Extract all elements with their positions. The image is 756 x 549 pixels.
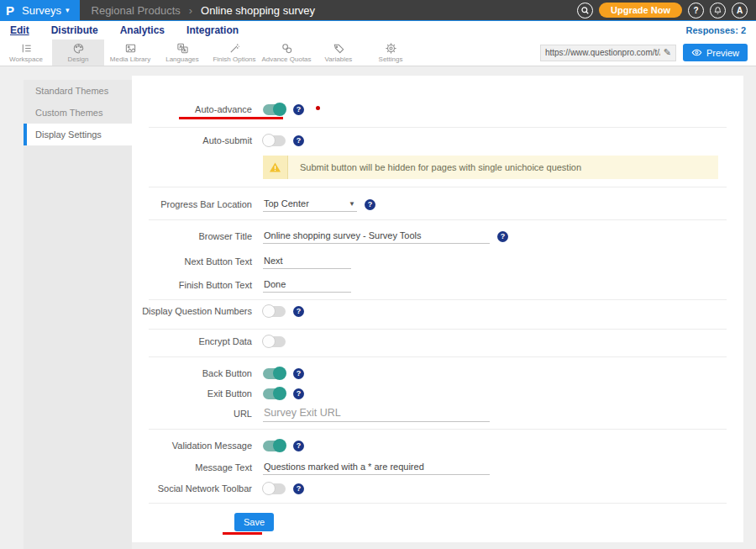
toolbar-right: https://www.questionpro.com/t/APNrFZ ✎ P… (540, 40, 756, 66)
validation-message-row: Validation Message ? (132, 437, 743, 454)
back-button-help-icon[interactable]: ? (293, 368, 304, 379)
preview-button[interactable]: Preview (683, 44, 748, 61)
browser-title-row: Browser Title ? (132, 228, 743, 245)
toolbar-label: Advance Quotas (261, 55, 311, 63)
toggle-knob (273, 387, 286, 400)
toolbar-item-media-library[interactable]: Media Library (104, 40, 156, 66)
chevron-down-icon: ▼ (349, 200, 355, 208)
auto-submit-toggle[interactable] (263, 135, 286, 146)
toolbar-item-variables[interactable]: Variables (312, 40, 365, 66)
auto-submit-help-icon[interactable]: ? (293, 135, 304, 146)
annotation-underline-save (223, 532, 262, 535)
toolbar-item-finish-options[interactable]: Finish Options (208, 40, 260, 66)
browser-title-label: Browser Title (132, 231, 252, 241)
toolbar-label: Languages (165, 55, 199, 63)
toolbar-label: Design (68, 55, 89, 63)
breadcrumb-separator-icon: › (189, 4, 192, 17)
back-button-toggle[interactable] (263, 368, 286, 379)
search-icon[interactable] (577, 3, 593, 18)
save-button[interactable]: Save (234, 513, 274, 531)
design-palette-icon (72, 42, 85, 55)
browser-title-input[interactable] (263, 229, 490, 244)
toolbar-item-languages[interactable]: Languages (156, 40, 208, 66)
exit-url-input[interactable] (263, 405, 490, 422)
divider (149, 187, 727, 187)
upgrade-now-button[interactable]: Upgrade Now (599, 3, 682, 18)
divider (149, 503, 727, 504)
social-network-toolbar-toggle[interactable] (263, 483, 286, 494)
progress-bar-help-icon[interactable]: ? (365, 199, 375, 210)
breadcrumb-parent[interactable]: Regional Products (92, 4, 181, 17)
social-network-toolbar-row: Social Network Toolbar ? (132, 480, 743, 497)
display-question-numbers-help-icon[interactable]: ? (293, 306, 304, 317)
top-header-bar: P Surveys ▾ Regional Products › Online s… (0, 0, 756, 21)
next-button-text-row: Next Button Text (132, 253, 743, 270)
exit-url-label: URL (132, 409, 252, 419)
finish-button-text-row: Finish Button Text (132, 277, 743, 293)
divider (149, 329, 727, 330)
auto-advance-label: Auto-advance (132, 104, 252, 114)
edit-url-pencil-icon[interactable]: ✎ (664, 47, 671, 58)
responses-count[interactable]: Responses: 2 (685, 25, 746, 35)
design-sidebar: Standard Themes Custom Themes Display Se… (24, 80, 132, 549)
warning-text: Submit button will be hidden for pages w… (288, 156, 581, 179)
warning-triangle-icon (269, 161, 281, 173)
toggle-knob (273, 367, 286, 380)
settings-gear-icon (385, 42, 397, 55)
toggle-knob (262, 335, 276, 348)
app-logo-menu[interactable]: P Surveys ▾ (0, 0, 80, 20)
tab-integration[interactable]: Integration (186, 24, 239, 36)
media-library-icon (124, 42, 137, 55)
progress-bar-location-value: Top Center (264, 198, 309, 209)
progress-bar-location-select[interactable]: Top Center ▼ (263, 197, 357, 212)
social-network-toolbar-help-icon[interactable]: ? (293, 483, 304, 494)
design-toolbar: Workspace Design Media Library Languages… (0, 40, 756, 66)
sidebar-item-custom-themes[interactable]: Custom Themes (24, 102, 132, 124)
notifications-bell-icon[interactable] (710, 3, 726, 18)
exit-button-help-icon[interactable]: ? (293, 388, 304, 399)
divider (149, 299, 727, 300)
validation-message-label: Validation Message (132, 441, 252, 451)
toggle-knob (273, 103, 286, 116)
back-button-row: Back Button ? (132, 365, 743, 382)
section-nav: Edit Distribute Analytics Integration Re… (0, 21, 756, 40)
tab-distribute[interactable]: Distribute (51, 24, 98, 36)
finish-button-text-input[interactable] (263, 277, 351, 293)
validation-message-toggle[interactable] (263, 441, 286, 451)
message-text-input[interactable] (263, 460, 490, 475)
surveys-menu[interactable]: Surveys ▾ (22, 4, 70, 17)
auto-advance-help-icon[interactable]: ? (293, 104, 304, 115)
toolbar-label: Variables (325, 55, 353, 63)
exit-button-toggle[interactable] (263, 388, 286, 399)
sidebar-item-display-settings[interactable]: Display Settings (24, 124, 132, 145)
encrypt-data-row: Encrypt Data (132, 333, 743, 350)
toolbar-item-workspace[interactable]: Workspace (0, 40, 52, 66)
toolbar-item-settings[interactable]: Settings (365, 40, 417, 66)
exit-button-row: Exit Button ? (132, 385, 743, 402)
browser-title-help-icon[interactable]: ? (497, 231, 508, 242)
toolbar-label: Finish Options (213, 55, 255, 63)
auto-advance-toggle[interactable] (263, 104, 286, 115)
avatar[interactable]: A (732, 3, 748, 18)
variables-tag-icon (333, 42, 345, 55)
next-button-text-input[interactable] (263, 254, 351, 269)
back-button-label: Back Button (132, 368, 252, 378)
toolbar-label: Workspace (9, 55, 43, 63)
message-text-row: Message Text (132, 459, 743, 476)
finish-button-text-label: Finish Button Text (132, 280, 252, 290)
encrypt-data-label: Encrypt Data (132, 336, 252, 346)
validation-message-help-icon[interactable]: ? (293, 441, 304, 451)
display-question-numbers-toggle[interactable] (263, 306, 286, 317)
toolbar-item-advance-quotas[interactable]: Advance Quotas (260, 40, 312, 66)
toolbar-item-design[interactable]: Design (52, 40, 104, 66)
encrypt-data-toggle[interactable] (263, 336, 286, 347)
toolbar-label: Settings (379, 55, 403, 63)
tab-edit[interactable]: Edit (10, 24, 29, 36)
sidebar-item-standard-themes[interactable]: Standard Themes (24, 80, 132, 102)
help-icon[interactable]: ? (688, 3, 704, 18)
display-settings-panel: Auto-advance ? Auto-submit ? Submit butt… (132, 76, 743, 542)
tab-analytics[interactable]: Analytics (120, 24, 165, 36)
survey-url-field[interactable]: https://www.questionpro.com/t/APNrFZ ✎ (540, 45, 676, 61)
languages-icon (176, 42, 189, 55)
auto-submit-row: Auto-submit ? (132, 132, 743, 149)
